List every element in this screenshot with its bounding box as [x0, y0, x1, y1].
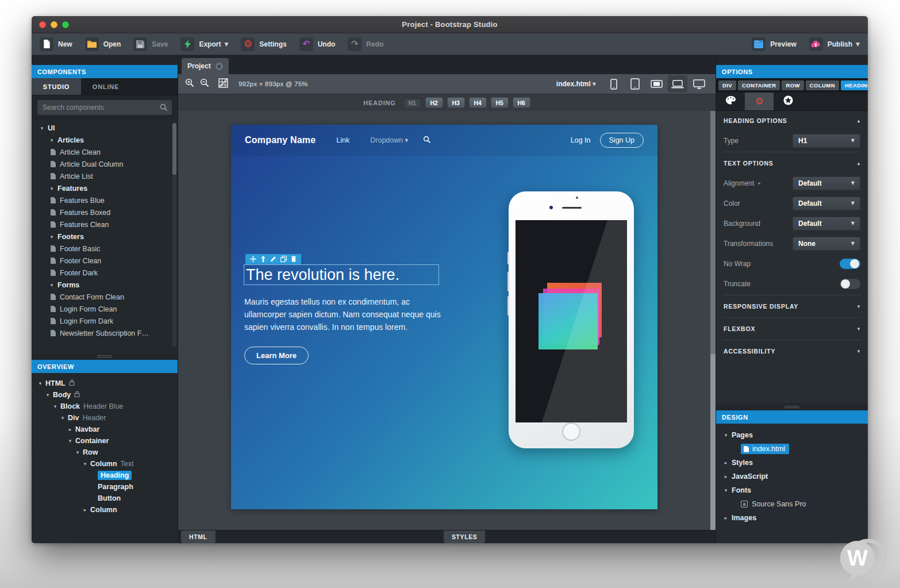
component-article-clean[interactable]: Article Clean — [32, 146, 178, 158]
component-forms[interactable]: ▾Forms — [32, 279, 178, 291]
component-features-blue[interactable]: Features Blue — [32, 194, 178, 206]
no-wrap-toggle[interactable] — [840, 259, 860, 269]
heading-h3-button[interactable]: H3 — [447, 97, 465, 108]
page-select-dropdown[interactable]: index.html ▼ — [556, 80, 596, 88]
caret-down-icon[interactable]: ▾ — [39, 125, 45, 131]
components-scrollbar[interactable] — [172, 123, 176, 347]
options-tab-gear[interactable]: ⚙ — [745, 93, 774, 110]
overview-node-navbar[interactable]: ▸Navbar — [32, 424, 178, 435]
panel-resize-handle[interactable] — [716, 403, 868, 410]
transformations-dropdown[interactable]: None▼ — [793, 237, 860, 251]
caret-down-icon[interactable]: ▾ — [857, 303, 860, 309]
heading-h4-button[interactable]: H4 — [469, 97, 487, 108]
canvas-scrollbar[interactable] — [710, 111, 716, 530]
component-login-form-dark[interactable]: Login Form Dark — [32, 315, 178, 327]
options-tab-palette[interactable] — [716, 93, 745, 110]
page-search-icon[interactable] — [423, 135, 430, 145]
move-icon[interactable] — [250, 254, 256, 264]
selected-heading[interactable]: The revolution is here. — [244, 264, 439, 285]
device-phone-button[interactable] — [604, 75, 624, 93]
breadcrumb-heading[interactable]: HEADING — [841, 80, 868, 90]
overview-node-heading[interactable]: Heading — [32, 470, 178, 481]
design-node-styles[interactable]: ▸Styles — [716, 456, 868, 470]
toolbar-settings-button[interactable]: ⚙Settings — [241, 37, 286, 51]
breadcrumb-row[interactable]: ROW — [782, 80, 803, 90]
toolbar-save-button[interactable]: Save — [133, 37, 168, 51]
caret-down-icon[interactable]: ▾ — [857, 326, 860, 332]
component-features[interactable]: ▾Features — [32, 182, 178, 194]
zoom-in-icon[interactable] — [185, 78, 194, 90]
section-header-responsive-display[interactable]: RESPONSIVE DISPLAY▾ — [724, 297, 860, 316]
toolbar-export-button[interactable]: Export▼ — [180, 37, 228, 51]
caret-up-icon[interactable]: ▴ — [857, 160, 860, 166]
tab-close-icon[interactable]: × — [216, 63, 223, 70]
component-footer-basic[interactable]: Footer Basic — [32, 243, 178, 255]
caret-down-icon[interactable]: ▾ — [857, 348, 860, 354]
design-node-source-sans-pro[interactable]: aSource Sans Pro — [716, 497, 868, 511]
options-tab-star[interactable] — [774, 93, 802, 110]
page-preview[interactable]: Company Name Link Dropdown ▼ Log In Sign… — [231, 125, 657, 509]
component-newsletter-subscription-f-[interactable]: Newsletter Subscription F… — [32, 327, 178, 339]
overview-node-container[interactable]: ▾Container — [32, 435, 178, 447]
caret-down-icon[interactable]: ▾ — [45, 392, 51, 398]
design-node-images[interactable]: ▸Images — [716, 511, 868, 525]
caret-right-icon[interactable]: ▸ — [67, 426, 73, 432]
component-ui[interactable]: ▾UI — [32, 122, 178, 134]
duplicate-icon[interactable] — [280, 254, 287, 264]
caret-down-icon[interactable]: ▾ — [723, 432, 729, 438]
tab-online[interactable]: ONLINE — [81, 78, 130, 95]
component-article-dual-column[interactable]: Article Dual Column — [32, 158, 178, 170]
component-footer-clean[interactable]: Footer Clean — [32, 255, 178, 267]
color-dropdown[interactable]: Default▼ — [793, 197, 860, 210]
page-nav-link[interactable]: Link — [336, 136, 349, 144]
caret-down-icon[interactable]: ▾ — [49, 137, 55, 143]
section-header-heading-options[interactable]: HEADING OPTIONS▴ — [724, 111, 860, 130]
component-login-form-clean[interactable]: Login Form Clean — [32, 303, 178, 315]
overview-node-body[interactable]: ▾Body — [32, 389, 178, 401]
tab-studio[interactable]: STUDIO — [32, 78, 81, 95]
caret-right-icon[interactable]: ▸ — [723, 460, 729, 466]
page-signup-button[interactable]: Sign Up — [600, 133, 644, 148]
breadcrumb-column[interactable]: COLUMN — [806, 80, 839, 90]
device-desktop-button[interactable] — [689, 75, 709, 93]
bottom-tab-styles[interactable]: STYLES — [444, 531, 485, 543]
bottom-tab-html[interactable]: HTML — [181, 531, 216, 543]
component-article-list[interactable]: Article List — [32, 170, 178, 182]
design-node-pages[interactable]: ▾Pages — [716, 428, 868, 442]
edit-icon[interactable] — [270, 254, 276, 264]
alignment-dropdown[interactable]: Default▼ — [793, 176, 860, 190]
caret-down-icon[interactable]: ▾ — [75, 449, 80, 455]
caret-down-icon[interactable]: ▾ — [60, 415, 66, 421]
overview-node-button[interactable]: Button — [32, 493, 178, 504]
toolbar-redo-button[interactable]: ↷Redo — [348, 37, 383, 51]
caret-right-icon[interactable]: ▸ — [723, 515, 729, 521]
overview-node-column[interactable]: ▾ColumnText — [32, 458, 178, 470]
toolbar-undo-button[interactable]: ↶Undo — [299, 37, 336, 51]
caret-down-icon[interactable]: ▾ — [52, 403, 58, 409]
caret-down-icon[interactable]: ▾ — [49, 282, 55, 288]
toolbar-preview-button[interactable]: Preview — [752, 37, 796, 51]
section-header-text-options[interactable]: TEXT OPTIONS▴ — [724, 153, 860, 173]
heading-h5-button[interactable]: H5 — [491, 97, 509, 108]
section-header-flexbox[interactable]: FLEXBOX▾ — [724, 319, 860, 339]
caret-down-icon[interactable]: ▾ — [49, 186, 55, 191]
caret-right-icon[interactable]: ▸ — [723, 474, 729, 479]
delete-icon[interactable] — [291, 254, 297, 264]
breadcrumb-div[interactable]: DIV — [718, 80, 736, 90]
panel-resize-handle[interactable] — [32, 353, 178, 360]
toolbar-new-button[interactable]: New — [40, 37, 72, 51]
toolbar-publish-button[interactable]: Publish▼ — [809, 37, 860, 51]
tab-project[interactable]: Project × — [182, 58, 229, 74]
learn-more-button[interactable]: Learn More — [244, 347, 309, 364]
design-node-index-html[interactable]: index.html — [716, 442, 868, 456]
component-footers[interactable]: ▾Footers — [32, 230, 178, 243]
zoom-out-icon[interactable] — [200, 78, 209, 90]
overview-node-paragraph[interactable]: Paragraph — [32, 481, 178, 493]
caret-down-icon[interactable]: ▾ — [67, 438, 73, 444]
heading-h2-button[interactable]: H2 — [425, 97, 443, 108]
caret-right-icon[interactable]: ▸ — [82, 507, 88, 513]
device-laptop-button[interactable] — [668, 75, 687, 93]
component-contact-form-clean[interactable]: Contact Form Clean — [32, 291, 178, 303]
component-footer-dark[interactable]: Footer Dark — [32, 267, 178, 279]
component-articles[interactable]: ▾Articles — [32, 134, 178, 146]
